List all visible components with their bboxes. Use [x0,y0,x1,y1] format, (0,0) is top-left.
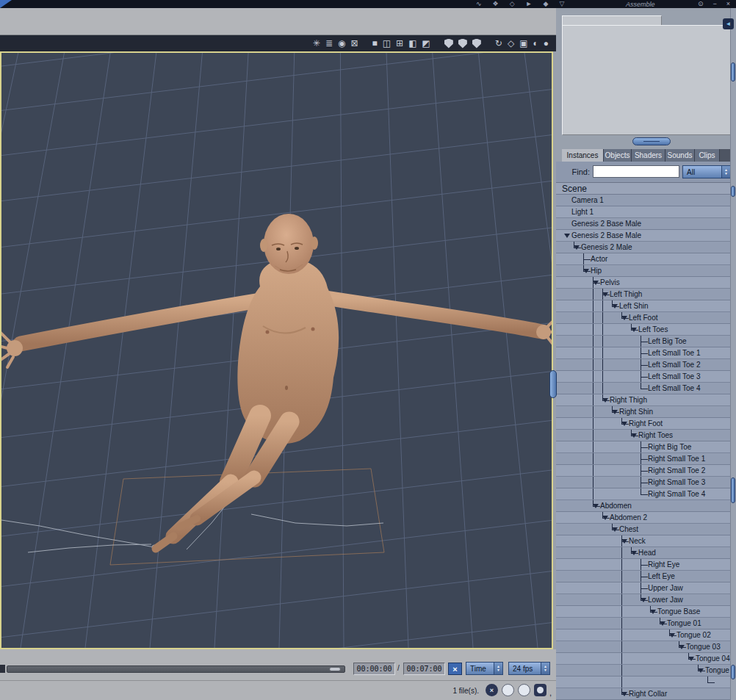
tree-row-right-big-toe[interactable]: Right Big Toe [556,441,736,453]
tree-row-tongue-01[interactable]: Tongue 01 [556,618,736,629]
close-icon[interactable]: × [726,1,730,7]
shading-textured-shield-icon[interactable] [472,39,481,48]
browser-tray-tab[interactable] [562,15,662,26]
expander-triangle-icon[interactable] [631,433,637,438]
timeline-scroll-left-button[interactable] [0,665,5,673]
orbit-view-icon[interactable]: ↻ [495,39,502,48]
expander-triangle-icon[interactable] [621,692,627,696]
viewport-splitter-handle[interactable] [549,370,557,398]
tree-row-abdomen-2[interactable]: Abdomen 2 [556,512,736,524]
status-square-button[interactable] [534,684,546,696]
tree-row-left-foot[interactable]: Left Foot [556,312,736,324]
current-time-field[interactable]: 00:00:00 [353,663,395,675]
expander-triangle-icon[interactable] [593,504,599,508]
carrara-logo-icon[interactable]: ∿ [476,1,482,7]
tree-row-right-small-toe-3[interactable]: Right Small Toe 3 [556,477,736,488]
panel-collapse-button[interactable]: ◄ [723,18,734,29]
expander-triangle-icon[interactable] [612,410,618,414]
layout-left-split-icon[interactable]: ◧ [408,39,416,48]
expander-triangle-icon[interactable] [698,668,704,673]
expander-triangle-icon[interactable] [650,610,656,614]
tree-row-genesis-2-base-male[interactable]: Genesis 2 Base Male [556,218,736,230]
tree-row-actor[interactable]: Actor [556,253,736,265]
tree-row-right-shin[interactable]: Right Shin [556,406,736,418]
expander-triangle-icon[interactable] [612,304,618,308]
tree-row-left-big-toe[interactable]: Left Big Toe [556,336,736,347]
tree-row-genesis-2-base-male[interactable]: Genesis 2 Base Male [556,230,736,242]
expander-triangle-icon[interactable] [602,398,608,403]
tree-row-right-foot[interactable]: Right Foot [556,418,736,430]
tree-row-tongue-02[interactable]: Tongue 02 [556,629,736,641]
scrollbar-up-button[interactable] [731,186,735,197]
fps-select[interactable]: 24 fps ▲▼ [508,662,550,675]
tree-row-neck[interactable]: Neck [556,535,736,547]
camera-select-icon[interactable]: ◉ [338,39,345,48]
tree-row-right-thigh[interactable]: Right Thigh [556,394,736,406]
tree-row-right-small-toe-1[interactable]: Right Small Toe 1 [556,453,736,465]
cancel-task-button[interactable]: × [486,684,498,696]
render-preview-icon[interactable]: ✳ [313,39,320,48]
timeline-mode-select[interactable]: Time ▲▼ [466,662,503,675]
display-quality-icon[interactable]: ≣ [325,39,333,48]
tree-row-lower-jaw[interactable]: Lower Jaw [556,594,736,606]
find-input[interactable] [593,165,679,178]
layout-four-pane-icon[interactable]: ⊞ [396,39,403,48]
room-icon-texture[interactable]: ► [526,1,533,7]
tree-row-left-small-toe-2[interactable]: Left Small Toe 2 [556,359,736,371]
tracking-target-icon[interactable]: ⊠ [350,39,358,48]
status-indicator-1[interactable] [502,684,514,696]
tree-row-genesis-2-male[interactable]: Genesis 2 Male [556,242,736,253]
expander-triangle-icon[interactable] [688,657,694,661]
tree-row-left-eye[interactable]: Left Eye [556,571,736,582]
expander-triangle-icon[interactable] [621,316,627,320]
shading-wireframe-shield-icon[interactable] [444,39,453,48]
tree-row-left-toes[interactable]: Left Toes [556,324,736,336]
tree-row-left-small-toe-4[interactable]: Left Small Toe 4 [556,383,736,394]
expander-triangle-icon[interactable] [660,621,665,626]
viewport-canvas[interactable] [1,53,552,648]
tab-sounds[interactable]: Sounds [665,149,695,162]
solid-sphere-icon[interactable]: ● [544,39,549,48]
expander-triangle-icon[interactable] [669,633,675,638]
tree-row-right-small-toe-2[interactable]: Right Small Toe 2 [556,465,736,477]
tree-row-abdomen[interactable]: Abdomen [556,500,736,512]
tree-row-left-thigh[interactable]: Left Thigh [556,289,736,300]
tree-row-right-small-toe-4[interactable]: Right Small Toe 4 [556,488,736,500]
shaded-sphere-icon[interactable]: ◐ [533,39,538,48]
end-time-field[interactable]: 00:07:00 [403,663,445,675]
layout-single-pane-icon[interactable]: ■ [372,39,378,48]
browser-tray[interactable] [562,25,731,135]
timeline-scrubber-handle[interactable] [329,667,341,671]
tree-row-camera-1[interactable]: Camera 1 [556,195,736,206]
tab-instances[interactable]: Instances [562,149,604,162]
tree-row-tongue-base[interactable]: Tongue Base [556,606,736,618]
expander-triangle-icon[interactable] [583,269,589,273]
panel-scrollbar[interactable] [730,8,736,700]
expander-triangle-icon[interactable] [641,598,646,602]
expander-triangle-icon[interactable] [621,422,627,426]
tree-row-right-collar[interactable]: Right Collar [556,688,736,700]
tree-row-tongue-05[interactable]: Tongue 05 [556,665,736,676]
tree-row-tongue-04[interactable]: Tongue 04 [556,653,736,665]
expander-triangle-icon[interactable] [631,328,637,332]
expander-triangle-icon[interactable] [574,245,580,250]
tree-row-left-small-toe-3[interactable]: Left Small Toe 3 [556,371,736,383]
tree-row-left-shin[interactable]: Left Shin [556,300,736,312]
expander-triangle-icon[interactable] [612,527,618,532]
scrollbar-down-button[interactable] [731,665,735,679]
scrollbar-thumb-tree[interactable] [731,477,735,503]
tree-row-upper-jaw[interactable]: Upper Jaw [556,582,736,594]
minimize-icon[interactable]: − [712,1,716,7]
room-icon-render[interactable]: ◆ [543,1,548,7]
tree-row-right-toes[interactable]: Right Toes [556,430,736,441]
layout-corner-split-icon[interactable]: ◩ [422,39,430,48]
tree-row-left-small-toe-1[interactable]: Left Small Toe 1 [556,347,736,359]
shading-flat-shield-icon[interactable] [458,39,467,48]
status-indicator-2[interactable] [518,684,530,696]
tab-clips[interactable]: Clips [695,149,720,162]
wire-cube-icon[interactable]: ▣ [519,39,527,48]
tree-row-pelvis[interactable]: Pelvis [556,277,736,289]
tree-row-hip[interactable]: Hip [556,265,736,277]
expander-triangle-icon[interactable] [564,234,570,238]
find-filter-select[interactable]: All ▲▼ [682,165,731,178]
